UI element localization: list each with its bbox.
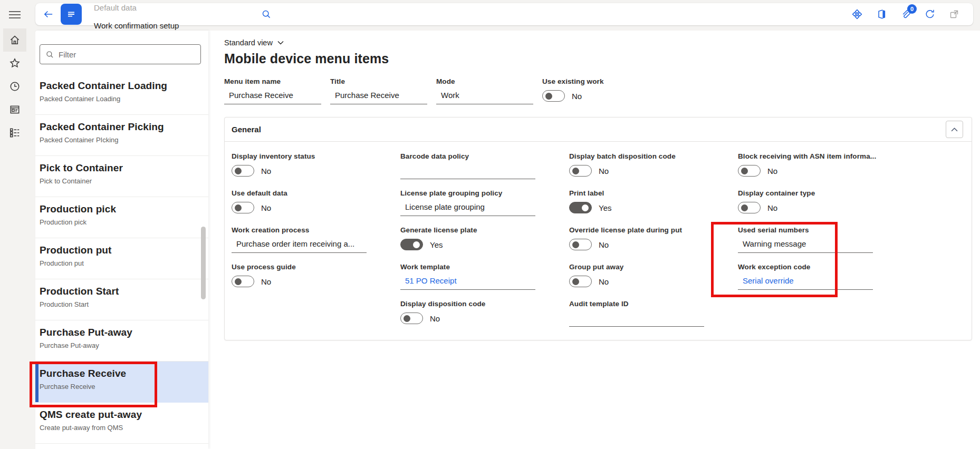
field-input[interactable]: Warning message [738,239,873,253]
toggle-state-label: No [430,314,440,323]
toggle-switch[interactable] [400,239,423,250]
general-column-3: Display batch disposition code No No Pri… [569,152,738,337]
toggle-switch[interactable] [569,239,592,250]
menu-item-title: Production Start [40,286,203,297]
menu-items-list: Packed Container Loading Packed Containe… [35,74,208,444]
field-label: Use default data [232,189,400,197]
toggle-state-label: No [261,203,271,212]
toggle-state-label: No [767,203,777,212]
search-icon[interactable] [255,5,278,23]
nav-workspace-form-icon[interactable] [3,98,26,121]
toggle-switch[interactable] [232,202,254,213]
collapse-section-button[interactable] [946,121,963,138]
menu-item-subtitle: Create put-away from QMS [40,424,203,432]
show-list-button[interactable] [61,4,82,25]
filter-input[interactable] [59,50,195,59]
hamburger-menu-icon[interactable] [3,5,26,24]
general-column-1: Display inventory status No No Use defau… [232,152,400,337]
field-input[interactable] [569,313,704,327]
menu-item-title: Purchase Receive [40,368,203,379]
nav-favorites-star-icon[interactable] [3,52,26,75]
field-input[interactable]: Purchase Receive [224,90,321,104]
field-input[interactable]: License plate grouping [400,202,535,216]
command-bar: Edit New Delete Default da [35,3,973,25]
field-label: Title [330,77,427,85]
field-label: Work exception code [738,263,907,271]
field-input[interactable] [400,165,535,179]
menu-item-row[interactable]: Packed Container Loading Packed Containe… [35,74,208,115]
toggle-switch[interactable] [542,90,565,102]
menu-item-subtitle: Purchase Receive [40,383,203,391]
view-selector[interactable]: Standard view [224,38,284,47]
toggle-state-label: Yes [430,240,443,249]
toggle-state-label: Yes [599,203,611,212]
menu-item-subtitle: Production put [40,259,203,267]
field-input[interactable]: Purchase Receive [330,90,427,104]
toolbar-button-label: Default data [94,3,137,12]
refresh-icon[interactable] [924,8,936,21]
menu-item-row[interactable]: Production put Production put [35,238,208,279]
form-field: Audit template ID [569,300,738,327]
chevron-down-icon [277,41,284,45]
attachments-paperclip-icon[interactable]: 0 [899,8,912,21]
app-window: Edit New Delete Default da [0,0,980,449]
menu-item-row[interactable]: Purchase Put-away Purchase Put-away [35,320,208,362]
toggle-switch[interactable] [232,276,254,287]
toggle-switch[interactable] [738,202,761,213]
toggle-switch[interactable] [569,276,592,287]
list-lines-icon [66,9,76,19]
toggle-switch[interactable] [400,313,423,324]
menu-item-row[interactable]: Pick to Container Pick to Container [35,156,208,197]
toggle-state-label: No [767,167,777,175]
general-column-4: Block receiving with ASN item informa...… [738,152,907,337]
toggle-switch[interactable] [569,202,592,213]
list-scrollbar-thumb[interactable] [201,227,206,299]
form-field: Print label Yes Yes [569,189,738,217]
general-column-2: Barcode data policy License plate groupi… [400,152,569,337]
field-input[interactable]: Purchase order item receiving a... [232,239,367,253]
product-switcher-icon[interactable] [851,8,863,21]
toggle-switch[interactable] [569,165,592,177]
form-field: Used serial numbers Warning message Warn… [738,226,907,253]
menu-item-title: Purchase Put-away [40,327,203,338]
form-field: Group put away No No [569,263,738,290]
menu-item-subtitle: Packed Container Loading [40,95,203,103]
office-apps-icon[interactable] [875,8,888,21]
menu-item-title: Packed Container Loading [40,80,203,92]
toggle-knob [741,204,748,211]
toggle-state-label: No [599,277,609,286]
record-list-panel: Packed Container Loading Packed Containe… [35,31,208,449]
field-input[interactable]: 51 PO Receipt [400,276,535,290]
toggle-switch[interactable] [738,165,761,177]
toggle-knob [235,278,242,285]
form-field: Work exception code Serial override Seri… [738,263,907,290]
menu-item-row[interactable]: Purchase Receive Purchase Receive [35,362,208,403]
menu-item-row[interactable]: Packed Container Picking Packed Containe… [35,115,208,156]
field-label: Group put away [569,263,738,271]
field-input[interactable]: Work [436,90,533,104]
open-in-new-window-icon[interactable] [948,8,960,21]
field-label: Generate license plate [400,226,569,234]
form-field: Use default data No No [232,189,400,217]
toolbar-button[interactable]: Default data [87,0,143,16]
field-label: Display batch disposition code [569,152,738,160]
nav-modules-checklist-icon[interactable] [3,121,26,144]
menu-item-row[interactable]: Production Start Production Start [35,279,208,320]
form-field: Use process guide No No [232,263,400,290]
field-input[interactable]: Serial override [738,276,873,290]
menu-item-row[interactable]: Production pick Production pick [35,197,208,238]
menu-item-title: Production put [40,245,203,256]
menu-item-title: Production pick [40,203,203,215]
back-button[interactable] [39,5,59,23]
form-field: Use existing work No No [542,77,604,104]
nav-home-icon[interactable] [3,28,26,52]
page-title: Mobile device menu items [224,51,980,66]
form-field: Menu item name Purchase Receive Purchase… [224,77,321,104]
toggle-switch[interactable] [232,165,254,177]
form-field: Title Purchase Receive Purchase Receive [330,77,427,104]
nav-recent-clock-icon[interactable] [3,75,26,98]
toggle-state-label: No [572,92,582,101]
menu-item-row[interactable]: QMS create put-away Create put-away from… [35,403,208,444]
filter-search-icon [45,50,54,59]
form-field: Display disposition code No No [400,300,569,327]
